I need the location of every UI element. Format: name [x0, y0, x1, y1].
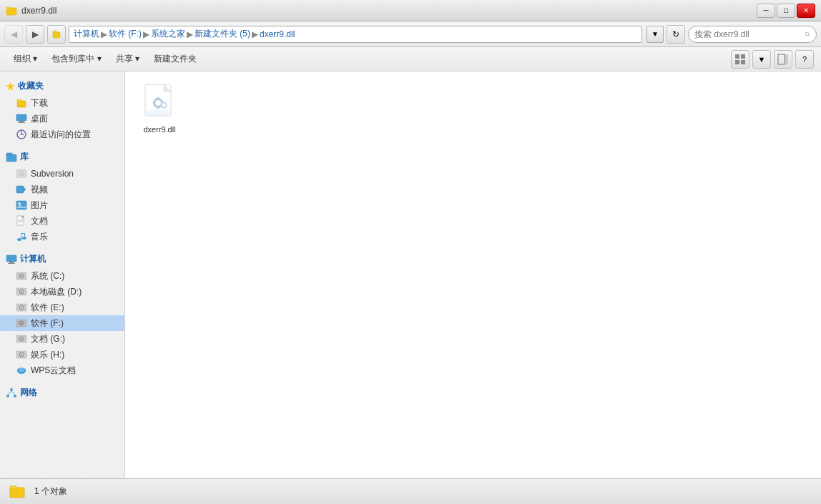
file-grid: dxerr9.dll — [134, 80, 812, 137]
svg-point-67 — [6, 395, 9, 397]
sidebar-item-e[interactable]: 软件 (E:) — [0, 300, 124, 315]
sidebar-library-header[interactable]: 库 — [0, 148, 124, 166]
preview-pane-button[interactable] — [774, 50, 792, 69]
drive-g-label: 文档 (G:) — [31, 333, 65, 345]
sidebar-item-video[interactable]: 视频 — [0, 182, 124, 197]
sidebar-item-h[interactable]: 娱乐 (H:) — [0, 347, 124, 362]
sidebar-item-d[interactable]: 本地磁盘 (D:) — [0, 284, 124, 300]
path-sep-3: ▶ — [187, 29, 193, 39]
file-name-dxerr9: dxerr9.dll — [143, 125, 175, 134]
svg-marker-27 — [24, 187, 26, 192]
drive-f-icon — [16, 317, 27, 329]
computer-icon — [6, 254, 17, 265]
svg-rect-16 — [16, 114, 26, 121]
svg-point-46 — [21, 275, 22, 277]
help-button[interactable]: ? — [795, 50, 814, 69]
svg-point-29 — [18, 202, 21, 205]
path-dropdown-button[interactable]: ▼ — [647, 26, 664, 43]
subversion-icon — [16, 168, 27, 179]
drive-g-icon — [16, 333, 27, 345]
sidebar-item-doc[interactable]: 文档 — [0, 213, 124, 229]
sidebar-network-header[interactable]: 网络 — [0, 384, 124, 402]
svg-point-58 — [21, 338, 22, 340]
svg-rect-38 — [21, 233, 22, 239]
doc-label: 文档 — [31, 215, 48, 227]
sidebar-item-c[interactable]: 系统 (C:) — [0, 268, 124, 284]
include-library-button[interactable]: 包含到库中 ▾ — [45, 50, 107, 69]
recent-label: 最近访问的位置 — [31, 129, 91, 141]
wps-cloud-icon — [16, 365, 27, 376]
close-button[interactable]: ✕ — [797, 4, 815, 18]
network-label: 网络 — [20, 387, 37, 399]
status-count: 1 个对象 — [34, 485, 67, 498]
back-button[interactable]: ◀ — [4, 25, 23, 44]
sidebar: ★ 收藏夹 ↓ 下载 桌面 最近访问的位置 — [0, 71, 125, 478]
refresh-button[interactable]: ↻ — [667, 25, 685, 44]
address-path[interactable]: 计算机 ▶ 软件 (F:) ▶ 系统之家 ▶ 新建文件夹 (5) ▶ dxerr… — [69, 26, 642, 43]
svg-rect-11 — [778, 54, 785, 64]
organize-button[interactable]: 组织 ▾ — [7, 50, 44, 69]
sidebar-item-desktop[interactable]: 桌面 — [0, 111, 124, 127]
sidebar-item-g[interactable]: 文档 (G:) — [0, 331, 124, 347]
up-icon — [51, 29, 62, 39]
window-icon — [6, 5, 17, 16]
path-sep-1: ▶ — [101, 29, 107, 39]
divider-2 — [0, 244, 124, 250]
path-computer[interactable]: 计算机 — [74, 28, 99, 40]
path-folder2[interactable]: 新建文件夹 (5) — [195, 28, 250, 40]
share-button[interactable]: 共享 ▾ — [109, 50, 146, 69]
sidebar-item-music[interactable]: 音乐 — [0, 229, 124, 244]
favorites-label: 收藏夹 — [18, 80, 44, 92]
path-folder1[interactable]: 系统之家 — [151, 28, 185, 40]
svg-rect-14 — [17, 99, 21, 102]
sidebar-item-photo[interactable]: 图片 — [0, 197, 124, 213]
svg-rect-8 — [741, 54, 745, 59]
search-input[interactable] — [694, 29, 802, 39]
svg-rect-21 — [6, 153, 12, 156]
library-icon — [6, 152, 17, 163]
svg-rect-43 — [8, 263, 15, 264]
file-item-dxerr9[interactable]: dxerr9.dll — [134, 80, 185, 137]
svg-point-49 — [21, 291, 22, 292]
content-area: ★ 收藏夹 ↓ 下载 桌面 最近访问的位置 — [0, 71, 821, 478]
new-folder-button[interactable]: 新建文件夹 — [147, 50, 203, 69]
svg-rect-9 — [735, 60, 739, 64]
svg-point-55 — [21, 322, 22, 324]
svg-rect-41 — [6, 255, 16, 262]
up-button[interactable] — [47, 25, 66, 44]
sidebar-item-subversion[interactable]: Subversion — [0, 166, 124, 182]
svg-rect-83 — [145, 110, 171, 116]
drive-d-icon — [16, 286, 27, 297]
path-file[interactable]: dxerr9.dll — [260, 29, 295, 39]
drive-c-label: 系统 (C:) — [31, 270, 64, 282]
download-icon: ↓ — [16, 97, 27, 109]
search-box[interactable] — [688, 26, 817, 43]
sidebar-item-wps[interactable]: WPS云文档 — [0, 362, 124, 378]
maximize-button[interactable]: □ — [777, 4, 795, 18]
path-drive[interactable]: 软件 (F:) — [109, 28, 142, 40]
sidebar-favorites-header[interactable]: ★ 收藏夹 — [0, 77, 124, 95]
drive-h-label: 娱乐 (H:) — [31, 349, 64, 361]
sidebar-item-f[interactable]: 软件 (F:) — [0, 315, 124, 331]
svg-point-80 — [162, 104, 166, 107]
download-label: 下载 — [31, 97, 48, 109]
svg-text:↓: ↓ — [21, 103, 23, 107]
dll-file-icon — [142, 83, 177, 123]
svg-rect-17 — [19, 121, 24, 122]
toolbar-right: ▼ ? — [731, 50, 814, 69]
doc-icon — [16, 215, 27, 227]
svg-rect-12 — [785, 54, 788, 64]
sidebar-item-recent[interactable]: 最近访问的位置 — [0, 127, 124, 142]
svg-marker-32 — [21, 216, 24, 218]
minimize-button[interactable]: ─ — [757, 4, 775, 18]
sidebar-computer-header[interactable]: 计算机 — [0, 250, 124, 268]
subversion-label: Subversion — [31, 169, 74, 179]
svg-point-36 — [17, 238, 21, 241]
sidebar-item-download[interactable]: ↓ 下载 — [0, 95, 124, 111]
video-icon — [16, 184, 27, 195]
photo-icon — [16, 199, 27, 211]
preview-icon — [777, 54, 789, 65]
forward-button[interactable]: ▶ — [26, 25, 44, 44]
view-toggle-button[interactable]: ▼ — [752, 50, 771, 69]
view-options-button[interactable] — [731, 50, 749, 69]
